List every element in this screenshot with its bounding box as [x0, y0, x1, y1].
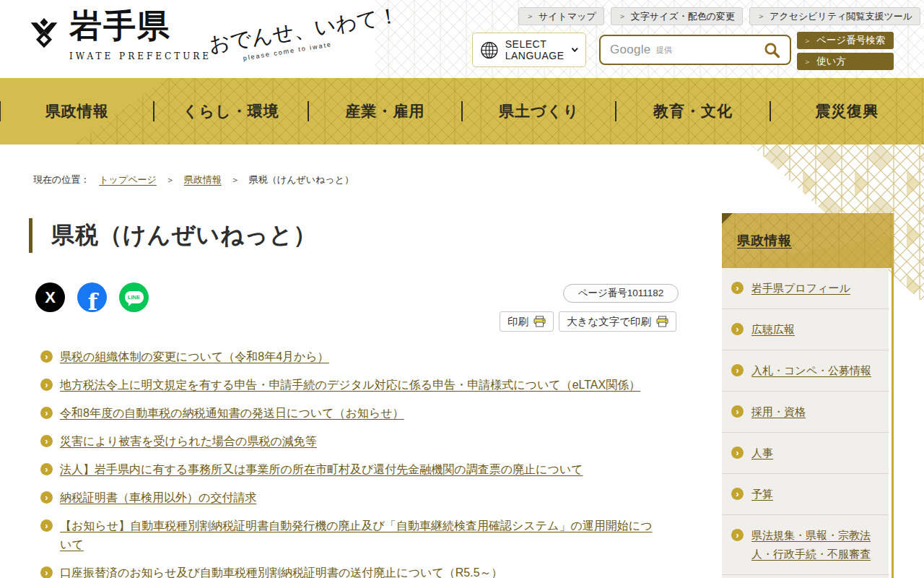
search-button[interactable]	[764, 42, 780, 59]
sidebar-item-budget[interactable]: 予算	[751, 488, 773, 500]
global-nav: 県政情報 くらし・環境 産業・雇用 県土づくり 教育・文化 震災復興	[0, 78, 924, 144]
chevron-right-icon: ＞	[619, 11, 627, 22]
breadcrumb-separator: ＞	[166, 174, 175, 186]
sidebar-prefecture-info: 県政情報 › 岩手県プロフィール › 広聴広報 › 入札・コンペ・公募情報 › …	[722, 213, 894, 578]
chevron-circle-icon: ›	[731, 282, 744, 294]
article-link-list: › 県税の組織体制の変更について（令和8年4月から） › 地方税法令上に明文規定…	[40, 348, 655, 578]
printer-icon	[533, 316, 546, 327]
chevron-circle-icon: ›	[731, 323, 744, 335]
breadcrumb-current: 県税（けんぜいねっと）	[249, 173, 354, 186]
chevron-circle-icon: ›	[731, 364, 744, 376]
search-icon	[764, 42, 780, 59]
iwate-crest-icon	[27, 13, 61, 55]
search-input[interactable]: Google 提供	[599, 35, 791, 65]
print-large-text-label: 大きな文字で印刷	[567, 315, 651, 329]
list-item: › 予算	[722, 473, 889, 514]
chevron-circle-icon: ›	[40, 566, 53, 578]
list-item: › 採用・資格	[722, 391, 889, 432]
sidebar-item-recruitment[interactable]: 採用・資格	[751, 405, 806, 418]
prefecture-name-en: IWATE PREFECTURE	[69, 51, 212, 61]
sidebar-item-personnel[interactable]: 人事	[751, 447, 773, 459]
nav-item-prefecture-info[interactable]: 県政情報	[0, 101, 154, 121]
chevron-circle-icon: ›	[40, 463, 53, 475]
nav-item-land-development[interactable]: 県土づくり	[462, 101, 616, 121]
print-button[interactable]: 印刷	[500, 311, 554, 332]
sidebar-item-profile[interactable]: 岩手県プロフィール	[751, 282, 850, 294]
breadcrumb-home-link[interactable]: トップページ	[99, 173, 157, 186]
sidebar-item-regulations[interactable]: 県法規集・県報・宗教法人・行政手続・不服審査	[751, 529, 871, 560]
line-icon: LINE	[125, 291, 144, 303]
chevron-circle-icon: ›	[40, 407, 53, 419]
site-logo[interactable]: 岩手県 IWATE PREFECTURE	[27, 7, 212, 61]
breadcrumb-section-link[interactable]: 県政情報	[184, 173, 222, 186]
chevron-circle-icon: ›	[40, 491, 53, 504]
share-buttons: X f LINE	[35, 282, 149, 312]
article-link[interactable]: 【お知らせ】自動車税種別割納税証明書自動発行機の廃止及び「自動車継続検査用確認シ…	[60, 519, 653, 551]
chevron-right-icon: ＞	[526, 11, 534, 22]
list-item: › 人事	[722, 432, 889, 473]
text-size-color-label: 文字サイズ・配色の変更	[631, 10, 735, 23]
article-link[interactable]: 県税の組織体制の変更について（令和8年4月から）	[60, 350, 329, 363]
chevron-down-icon	[571, 47, 578, 53]
list-item: › 口座振替済のお知らせ及び自動車税種別割納税証明書の送付廃止について（R5.5…	[40, 564, 655, 578]
print-large-text-button[interactable]: 大きな文字で印刷	[559, 311, 676, 332]
nav-item-living-environment[interactable]: くらし・環境	[154, 101, 308, 121]
article-link[interactable]: 法人】岩手県内に有する事務所又は事業所の所在市町村及び還付先金融機関の調査票の廃…	[60, 463, 583, 475]
breadcrumb-prefix: 現在の位置：	[33, 173, 90, 186]
sidebar-menu: › 岩手県プロフィール › 広聴広報 › 入札・コンペ・公募情報 › 採用・資格…	[722, 268, 889, 578]
sidebar-title-link[interactable]: 県政情報	[737, 232, 792, 249]
chevron-circle-icon: ›	[40, 350, 53, 363]
sidebar-item-public-relations[interactable]: 広聴広報	[751, 323, 795, 335]
text-size-color-link[interactable]: ＞ 文字サイズ・配色の変更	[611, 7, 743, 25]
select-language-button[interactable]: SELECT LANGUAGE	[472, 33, 586, 67]
breadcrumb-separator: ＞	[231, 174, 240, 186]
search-placeholder-brand: Google	[610, 43, 651, 57]
list-item: › 県税の組織体制の変更について（令和8年4月から）	[40, 348, 655, 366]
sitemap-link[interactable]: ＞ サイトマップ	[518, 7, 604, 25]
page-number-badge: ページ番号1011182	[563, 284, 679, 303]
corner-fold-decoration	[722, 213, 733, 224]
chevron-circle-icon: ›	[731, 405, 744, 418]
how-to-use-button[interactable]: ＞ 使い方	[797, 53, 894, 70]
list-item: › 【お知らせ】自動車税種別割納税証明書自動発行機の廃止及び「自動車継続検査用確…	[40, 517, 655, 554]
share-x-button[interactable]: X	[35, 282, 65, 312]
list-item: › 岩手県プロフィール	[722, 268, 889, 309]
x-icon: X	[45, 288, 56, 307]
chevron-right-icon: ＞	[757, 11, 765, 22]
article-link[interactable]: 災害により被害を受けられた場合の県税の減免等	[60, 435, 317, 447]
utility-links: ＞ サイトマップ ＞ 文字サイズ・配色の変更 ＞ アクセシビリティ閲覧支援ツール	[518, 7, 920, 25]
article-link[interactable]: 納税証明書（車検用以外）の交付請求	[60, 491, 256, 504]
share-line-button[interactable]: LINE	[119, 282, 149, 312]
chevron-circle-icon: ›	[731, 447, 744, 459]
list-item: › 令和8年度の自動車税の納税通知書の発送日について（お知らせ）	[40, 404, 655, 423]
share-facebook-button[interactable]: f	[77, 282, 107, 312]
list-item: › 地方税法令上に明文規定を有する申告・申請手続のデジタル対応に係る申告・申請様…	[40, 376, 655, 394]
page-title: 県税（けんぜいねっと）	[29, 218, 317, 253]
list-item: › 入札・コンペ・公募情報	[722, 350, 889, 391]
search-placeholder-note: 提供	[656, 45, 672, 56]
select-language-label: SELECT LANGUAGE	[505, 38, 565, 61]
chevron-circle-icon: ›	[40, 379, 53, 391]
page-number-search-label: ページ番号検索	[816, 34, 885, 47]
nav-item-industry-employment[interactable]: 産業・雇用	[308, 101, 462, 121]
nav-item-disaster-recovery[interactable]: 震災復興	[770, 101, 924, 121]
printer-icon	[656, 316, 668, 327]
page-number-search-button[interactable]: ＞ ページ番号検索	[797, 32, 894, 49]
globe-icon	[480, 40, 499, 60]
accessibility-tool-link[interactable]: ＞ アクセシビリティ閲覧支援ツール	[749, 7, 920, 25]
article-link[interactable]: 地方税法令上に明文規定を有する申告・申請手続のデジタル対応に係る申告・申請様式に…	[60, 379, 640, 391]
chevron-circle-icon: ›	[731, 488, 744, 500]
chevron-circle-icon: ›	[40, 519, 53, 532]
accessibility-tool-label: アクセシビリティ閲覧支援ツール	[770, 10, 912, 23]
article-link[interactable]: 令和8年度の自動車税の納税通知書の発送日について（お知らせ）	[60, 407, 404, 419]
article-link[interactable]: 口座振替済のお知らせ及び自動車税種別割納税証明書の送付廃止について（R5.5～）	[60, 566, 503, 578]
nav-item-education-culture[interactable]: 教育・文化	[616, 101, 770, 121]
list-item: › 災害により被害を受けられた場合の県税の減免等	[40, 432, 655, 451]
quick-buttons: ＞ ページ番号検索 ＞ 使い方	[797, 32, 894, 70]
chevron-right-icon: ＞	[803, 35, 811, 46]
prefecture-name: 岩手県	[69, 7, 212, 45]
sidebar-item-bidding[interactable]: 入札・コンペ・公募情報	[751, 364, 871, 376]
chevron-circle-icon: ›	[40, 435, 53, 447]
list-item: › 県法規集・県報・宗教法人・行政手続・不服審査	[722, 514, 889, 574]
chevron-right-icon: ＞	[803, 56, 811, 67]
